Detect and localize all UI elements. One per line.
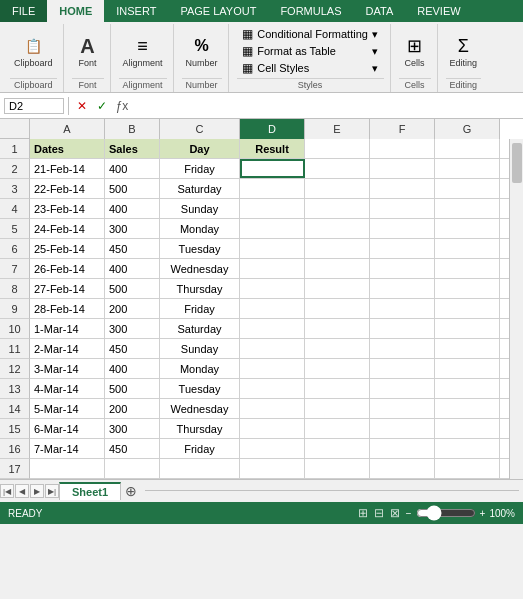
cell-r17c1[interactable]	[30, 459, 105, 478]
cell-r3c1[interactable]: 22-Feb-14	[30, 179, 105, 198]
cell-r8c6[interactable]	[370, 279, 435, 298]
cell-r11c3[interactable]: Sunday	[160, 339, 240, 358]
cell-r3c5[interactable]	[305, 179, 370, 198]
cell-r4c1[interactable]: 23-Feb-14	[30, 199, 105, 218]
cell-r6c3[interactable]: Tuesday	[160, 239, 240, 258]
cell-r13c3[interactable]: Tuesday	[160, 379, 240, 398]
number-btn[interactable]: % Number	[182, 32, 222, 70]
cell-r16c2[interactable]: 450	[105, 439, 160, 458]
cell-r9c3[interactable]: Friday	[160, 299, 240, 318]
cell-r9c7[interactable]	[435, 299, 500, 318]
zoom-in-icon[interactable]: +	[480, 508, 486, 519]
cell-r3c7[interactable]	[435, 179, 500, 198]
cell-r14c1[interactable]: 5-Mar-14	[30, 399, 105, 418]
row-header-1[interactable]: 1	[0, 139, 30, 159]
cell-r16c1[interactable]: 7-Mar-14	[30, 439, 105, 458]
cell-r2c2[interactable]: 400	[105, 159, 160, 178]
cell-r1c6[interactable]	[370, 139, 435, 158]
cell-r12c7[interactable]	[435, 359, 500, 378]
cell-ref-input[interactable]	[4, 98, 64, 114]
row-header-12[interactable]: 12	[0, 359, 30, 379]
sheet-tab-sheet1[interactable]: Sheet1	[59, 482, 121, 500]
tab-review[interactable]: REVIEW	[405, 0, 472, 22]
cell-r15c1[interactable]: 6-Mar-14	[30, 419, 105, 438]
row-header-2[interactable]: 2	[0, 159, 30, 179]
cell-r9c2[interactable]: 200	[105, 299, 160, 318]
cell-r15c3[interactable]: Thursday	[160, 419, 240, 438]
row-header-17[interactable]: 17	[0, 459, 30, 479]
row-header-6[interactable]: 6	[0, 239, 30, 259]
cell-r4c5[interactable]	[305, 199, 370, 218]
row-header-15[interactable]: 15	[0, 419, 30, 439]
cell-r8c4[interactable]	[240, 279, 305, 298]
cell-r16c4[interactable]	[240, 439, 305, 458]
row-header-3[interactable]: 3	[0, 179, 30, 199]
cell-r11c2[interactable]: 450	[105, 339, 160, 358]
row-header-16[interactable]: 16	[0, 439, 30, 459]
cell-r11c6[interactable]	[370, 339, 435, 358]
cell-r2c5[interactable]	[305, 159, 370, 178]
cell-r3c2[interactable]: 500	[105, 179, 160, 198]
format-table-btn[interactable]: ▦ Format as Table ▾	[238, 43, 382, 59]
cell-r17c5[interactable]	[305, 459, 370, 478]
row-header-13[interactable]: 13	[0, 379, 30, 399]
cell-r12c4[interactable]	[240, 359, 305, 378]
cell-r5c2[interactable]: 300	[105, 219, 160, 238]
zoom-out-icon[interactable]: −	[406, 508, 412, 519]
cell-r8c2[interactable]: 500	[105, 279, 160, 298]
cell-r14c2[interactable]: 200	[105, 399, 160, 418]
cell-r10c6[interactable]	[370, 319, 435, 338]
cell-r17c3[interactable]	[160, 459, 240, 478]
confirm-formula-btn[interactable]: ✓	[93, 97, 111, 115]
cell-r10c4[interactable]	[240, 319, 305, 338]
col-header-e[interactable]: E	[305, 119, 370, 139]
cell-r12c5[interactable]	[305, 359, 370, 378]
v-scroll-thumb[interactable]	[512, 143, 522, 183]
cell-r15c2[interactable]: 300	[105, 419, 160, 438]
cell-r5c7[interactable]	[435, 219, 500, 238]
col-header-f[interactable]: F	[370, 119, 435, 139]
sheet-nav-last[interactable]: ▶|	[45, 484, 59, 498]
cell-r10c7[interactable]	[435, 319, 500, 338]
cell-r14c4[interactable]	[240, 399, 305, 418]
cell-r4c4[interactable]	[240, 199, 305, 218]
cell-r3c6[interactable]	[370, 179, 435, 198]
cell-r2c4[interactable]	[240, 159, 305, 178]
cell-r11c4[interactable]	[240, 339, 305, 358]
editing-btn[interactable]: Σ Editing	[446, 32, 482, 70]
tab-home[interactable]: HOME	[47, 0, 104, 22]
cell-r16c7[interactable]	[435, 439, 500, 458]
cell-r13c5[interactable]	[305, 379, 370, 398]
cell-r15c5[interactable]	[305, 419, 370, 438]
col-header-g[interactable]: G	[435, 119, 500, 139]
row-header-10[interactable]: 10	[0, 319, 30, 339]
tab-file[interactable]: FILE	[0, 0, 47, 22]
cell-r6c6[interactable]	[370, 239, 435, 258]
cell-r1c4[interactable]: Result	[240, 139, 305, 158]
cell-r3c4[interactable]	[240, 179, 305, 198]
alignment-btn[interactable]: ≡ Alignment	[119, 32, 167, 70]
tab-insert[interactable]: INSERT	[104, 0, 168, 22]
cell-r9c1[interactable]: 28-Feb-14	[30, 299, 105, 318]
cell-r7c1[interactable]: 26-Feb-14	[30, 259, 105, 278]
col-header-a[interactable]: A	[30, 119, 105, 139]
tab-formulas[interactable]: FORMULAS	[268, 0, 353, 22]
row-header-11[interactable]: 11	[0, 339, 30, 359]
cell-r5c6[interactable]	[370, 219, 435, 238]
cell-r9c5[interactable]	[305, 299, 370, 318]
cell-r6c1[interactable]: 25-Feb-14	[30, 239, 105, 258]
cell-r4c2[interactable]: 400	[105, 199, 160, 218]
cell-r12c2[interactable]: 400	[105, 359, 160, 378]
sheet-nav-prev[interactable]: ◀	[15, 484, 29, 498]
cell-r16c6[interactable]	[370, 439, 435, 458]
corner-cell[interactable]	[0, 119, 30, 139]
cell-r11c1[interactable]: 2-Mar-14	[30, 339, 105, 358]
cell-r7c6[interactable]	[370, 259, 435, 278]
formula-input[interactable]	[135, 99, 519, 113]
cell-r8c1[interactable]: 27-Feb-14	[30, 279, 105, 298]
cell-r13c7[interactable]	[435, 379, 500, 398]
conditional-formatting-btn[interactable]: ▦ Conditional Formatting ▾	[238, 26, 382, 42]
cell-r7c4[interactable]	[240, 259, 305, 278]
cell-r12c3[interactable]: Monday	[160, 359, 240, 378]
sheet-nav-next[interactable]: ▶	[30, 484, 44, 498]
